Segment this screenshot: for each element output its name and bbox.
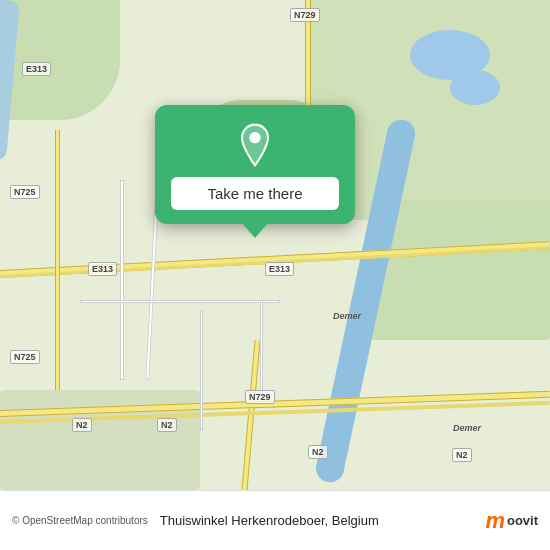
n729-label-bot: N729 xyxy=(245,390,275,404)
n2-label-4: N2 xyxy=(452,448,472,462)
osm-credit: © OpenStreetMap contributors xyxy=(12,515,148,526)
n729-label-top: N729 xyxy=(290,8,320,22)
bottom-bar: © OpenStreetMap contributors Thuiswinkel… xyxy=(0,490,550,550)
demer-label2: Demer xyxy=(450,422,484,434)
e313-label-mid: E313 xyxy=(88,262,117,276)
location-name: Thuiswinkel Herkenrodeboer, Belgium xyxy=(160,513,486,528)
local-road-v4 xyxy=(260,300,263,400)
moovit-text: oovit xyxy=(507,513,538,528)
lake-topright2 xyxy=(450,70,500,105)
n2-label-3: N2 xyxy=(308,445,328,459)
moovit-m-letter: m xyxy=(485,508,505,534)
demer-label: Demer xyxy=(330,310,364,322)
e313-label-top: E313 xyxy=(22,62,51,76)
n725-label-top: N725 xyxy=(10,185,40,199)
popup-card: Take me there xyxy=(155,105,355,224)
n2-label-1: N2 xyxy=(72,418,92,432)
map-container: E313 E313 E313 N729 N729 N725 N725 N2 N2… xyxy=(0,0,550,490)
n725-road xyxy=(55,130,60,390)
local-road-v1 xyxy=(120,180,124,380)
n2-label-2: N2 xyxy=(157,418,177,432)
e313-label-right: E313 xyxy=(265,262,294,276)
green-area-right xyxy=(370,200,550,340)
take-me-there-button[interactable]: Take me there xyxy=(171,177,339,210)
n725-label-bot: N725 xyxy=(10,350,40,364)
local-road-v3 xyxy=(200,310,203,430)
svg-point-0 xyxy=(249,132,260,143)
location-pin-icon xyxy=(233,123,277,167)
moovit-logo: m oovit xyxy=(485,508,538,534)
local-road-h1 xyxy=(80,300,280,303)
